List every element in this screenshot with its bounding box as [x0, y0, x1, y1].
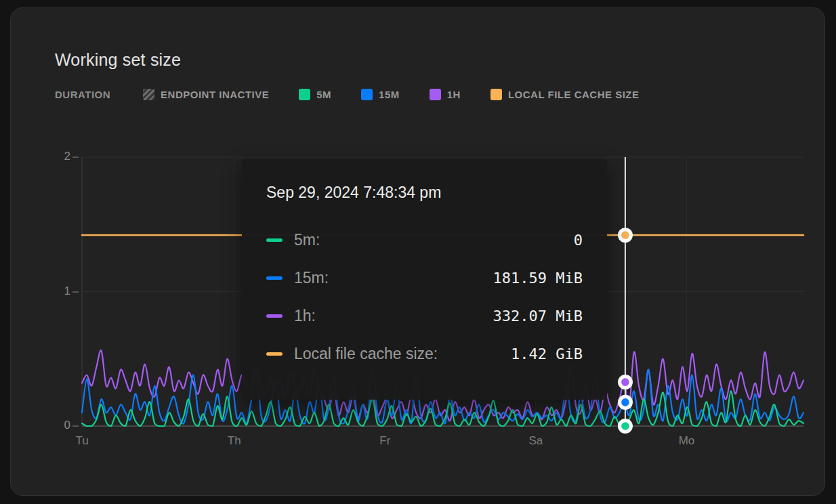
working-set-size-card: Working set size DURATION ENDPOINT INACT… [10, 7, 825, 496]
x-axis-tick-label: Th [228, 434, 241, 448]
tooltip-series-label: Local file cache size: [294, 345, 438, 363]
tooltip-row: 5m:0 [266, 221, 583, 259]
chart-tooltip: Sep 29, 2024 7:48:34 pm 5m:015m:181.59 M… [242, 159, 607, 400]
tooltip-series-label: 1h: [294, 307, 316, 325]
tooltip-row: Local file cache size:1.42 GiB [266, 335, 583, 373]
y-axis-tick-mark [72, 425, 79, 427]
highlight-point-5m [621, 422, 629, 430]
series-dash-icon [266, 352, 283, 356]
y-axis-tick-mark [72, 291, 79, 293]
tooltip-series-value: 1.42 GiB [438, 345, 583, 362]
tooltip-row: 1h:332.07 MiB [266, 297, 583, 335]
y-axis-tick-label: 2 [46, 150, 70, 163]
highlight-point-15m [621, 398, 629, 406]
highlight-point-1h [621, 378, 629, 386]
tooltip-series-value: 332.07 MiB [316, 308, 583, 324]
tooltip-series-value: 181.59 MiB [329, 270, 583, 287]
x-axis-tick-label: Sa [528, 434, 543, 448]
series-dash-icon [266, 276, 283, 280]
highlight-point-local-file-cache-size [621, 231, 629, 239]
tooltip-series-label: 15m: [294, 269, 329, 287]
x-axis-tick-label: Mo [679, 434, 695, 448]
y-axis-tick-label: 0 [46, 419, 70, 432]
x-axis-tick-label: Tu [75, 434, 88, 448]
x-axis-tick-label: Fr [379, 434, 390, 448]
tooltip-series-label: 5m: [294, 231, 320, 249]
y-axis-tick-label: 1 [46, 285, 70, 298]
page-background: Working set size DURATION ENDPOINT INACT… [0, 0, 836, 504]
y-axis-tick-mark [72, 156, 79, 158]
series-dash-icon [266, 238, 283, 242]
tooltip-series-value: 0 [320, 232, 583, 249]
tooltip-timestamp: Sep 29, 2024 7:48:34 pm [266, 180, 583, 205]
series-dash-icon [266, 314, 283, 318]
tooltip-row: 15m:181.59 MiB [266, 259, 583, 297]
